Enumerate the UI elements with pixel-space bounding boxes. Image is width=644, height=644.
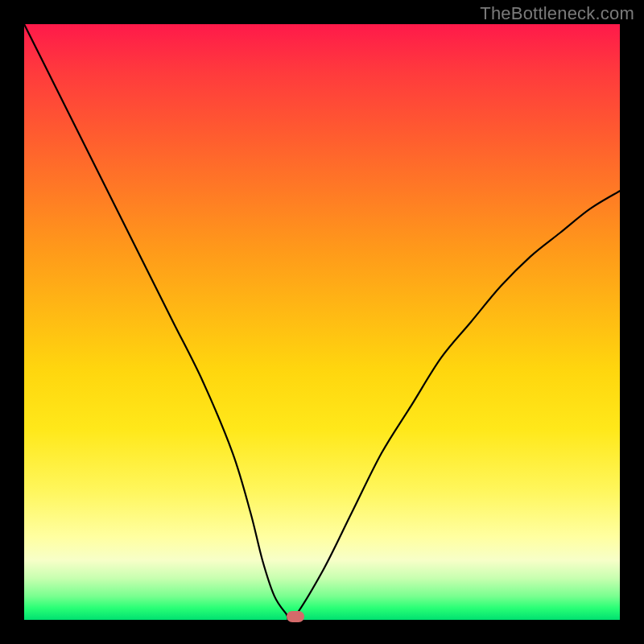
watermark-text: TheBottleneck.com xyxy=(480,3,634,24)
plot-area xyxy=(24,24,620,620)
bottleneck-curve xyxy=(24,24,620,620)
optimum-marker xyxy=(287,611,304,622)
chart-frame: TheBottleneck.com xyxy=(0,0,644,644)
